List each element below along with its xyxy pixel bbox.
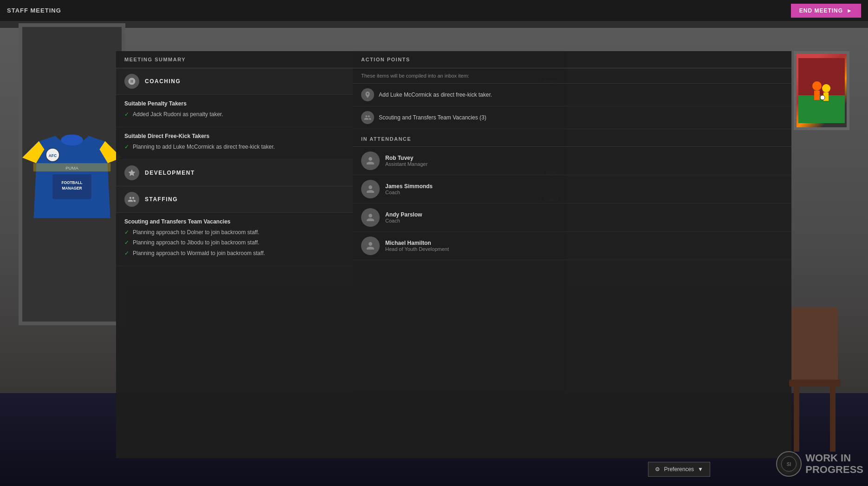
attendee-name-michael-hamilton: Michael Hamilton [385, 240, 783, 246]
svg-text:MANAGER: MANAGER [62, 186, 82, 190]
person-icon-2 [365, 184, 376, 195]
photo-frame [794, 51, 849, 130]
chair-svg [784, 308, 845, 456]
action-points-description: These items will be compiled into an inb… [353, 68, 791, 84]
preferences-label: Preferences [664, 466, 694, 473]
check-icon-3: ✓ [124, 229, 129, 236]
attendee-role-rob-tuvey: Assistant Manager [385, 161, 783, 167]
chair-decoration [784, 308, 845, 458]
svg-point-0 [61, 134, 83, 145]
jersey-frame: FOOTBALL MANAGER PUMA AFC [19, 23, 125, 325]
photo-action [798, 58, 845, 123]
action-point-text-1: Add Luke McCormick as direct free-kick t… [379, 92, 492, 98]
scouting-text-3: Planning approach to Wormald to join bac… [133, 250, 265, 257]
check-icon-1: ✓ [124, 111, 129, 118]
attendee-avatar-rob-tuvey [361, 151, 380, 170]
staffing-icon [124, 192, 139, 207]
coaching-icon-svg [128, 77, 136, 85]
top-bar: STAFF MEETING END MEETING ► [0, 0, 868, 21]
attendee-info-andy-parslow: Andy Parslow Coach [385, 211, 783, 223]
gear-icon: ⚙ [655, 466, 660, 473]
svg-text:PUMA: PUMA [65, 165, 78, 171]
action-point-icon-1 [361, 88, 374, 101]
sports-interactive-logo: SI [776, 451, 802, 477]
attendee-info-james-simmonds: James Simmonds Coach [385, 183, 783, 195]
attendee-avatar-james-simmonds [361, 180, 380, 198]
in-attendance-header: IN ATTENDANCE [353, 131, 791, 147]
end-meeting-label: END MEETING [799, 7, 843, 14]
attendee-name-james-simmonds: James Simmonds [385, 183, 783, 190]
check-icon-5: ✓ [124, 250, 129, 256]
preferences-button[interactable]: ⚙ Preferences ▼ [648, 462, 710, 477]
scouting-text-2: Planning approach to Jibodu to join back… [133, 239, 259, 247]
attendee-row-rob-tuvey: Rob Tuvey Assistant Manager [353, 147, 791, 175]
svg-text:FOOTBALL: FOOTBALL [61, 180, 82, 185]
action-icon-svg-1 [364, 91, 371, 99]
action-point-item-1: Add Luke McCormick as direct free-kick t… [353, 84, 791, 106]
svg-rect-11 [814, 91, 820, 100]
action-point-text-2: Scouting and Transfers Team Vacancies (3… [379, 114, 486, 121]
development-icon-svg [128, 169, 136, 177]
svg-point-10 [812, 81, 822, 91]
end-meeting-button[interactable]: END MEETING ► [791, 4, 861, 18]
freekick-taker-text-1: Planning to add Luke McCormick as direct… [133, 143, 275, 151]
right-panel: ACTION POINTS These items will be compil… [353, 51, 791, 458]
end-meeting-icon: ► [847, 7, 853, 14]
svg-text:SI: SI [787, 462, 791, 467]
action-point-icon-2 [361, 111, 374, 124]
svg-point-12 [822, 84, 830, 92]
wip-badge: SI WORK IN PROGRESS [776, 451, 863, 477]
svg-point-14 [820, 95, 825, 100]
penalty-taker-text-1: Added Jack Rudoni as penalty taker. [133, 111, 223, 118]
attendee-name-andy-parslow: Andy Parslow [385, 211, 783, 218]
photo-content [797, 54, 847, 127]
person-icon-3 [365, 212, 376, 223]
svg-rect-17 [794, 387, 799, 452]
si-logo-svg: SI [781, 456, 797, 472]
attendee-row-michael-hamilton: Michael Hamilton Head of Youth Developme… [353, 232, 791, 260]
svg-rect-18 [830, 387, 836, 452]
action-point-item-2: Scouting and Transfers Team Vacancies (3… [353, 106, 791, 129]
check-icon-4: ✓ [124, 239, 129, 246]
action-icon-svg-2 [364, 114, 371, 121]
wip-line2: PROGRESS [805, 464, 863, 475]
action-points-header: ACTION POINTS [353, 51, 791, 68]
attendee-role-andy-parslow: Coach [385, 218, 783, 223]
attendee-info-michael-hamilton: Michael Hamilton Head of Youth Developme… [385, 240, 783, 252]
person-icon-1 [365, 155, 376, 166]
staffing-icon-svg [128, 195, 136, 204]
attendee-avatar-andy-parslow [361, 208, 380, 227]
person-icon-4 [365, 240, 376, 251]
attendee-avatar-michael-hamilton [361, 236, 380, 255]
attendee-role-michael-hamilton: Head of Youth Development [385, 246, 783, 252]
attendee-row-andy-parslow: Andy Parslow Coach [353, 204, 791, 232]
attendee-name-rob-tuvey: Rob Tuvey [385, 155, 783, 161]
svg-rect-16 [789, 380, 840, 387]
attendee-row-james-simmonds: James Simmonds Coach [353, 175, 791, 204]
jersey-image: FOOTBALL MANAGER PUMA AFC [22, 27, 122, 322]
in-attendance-section: IN ATTENDANCE Rob Tuvey Assistant Manage… [353, 131, 791, 260]
check-icon-2: ✓ [124, 144, 129, 150]
attendee-role-james-simmonds: Coach [385, 190, 783, 195]
wip-line1: WORK IN [805, 453, 863, 464]
svg-text:AFC: AFC [49, 153, 57, 158]
attendee-info-rob-tuvey: Rob Tuvey Assistant Manager [385, 155, 783, 167]
development-icon [124, 165, 139, 180]
coaching-icon [124, 74, 139, 89]
wip-text: WORK IN PROGRESS [805, 453, 863, 475]
scouting-text-1: Planning approach to Dolner to join back… [133, 229, 259, 236]
page-title: STAFF MEETING [7, 7, 61, 14]
svg-rect-15 [791, 308, 838, 382]
chevron-down-icon: ▼ [698, 466, 703, 473]
